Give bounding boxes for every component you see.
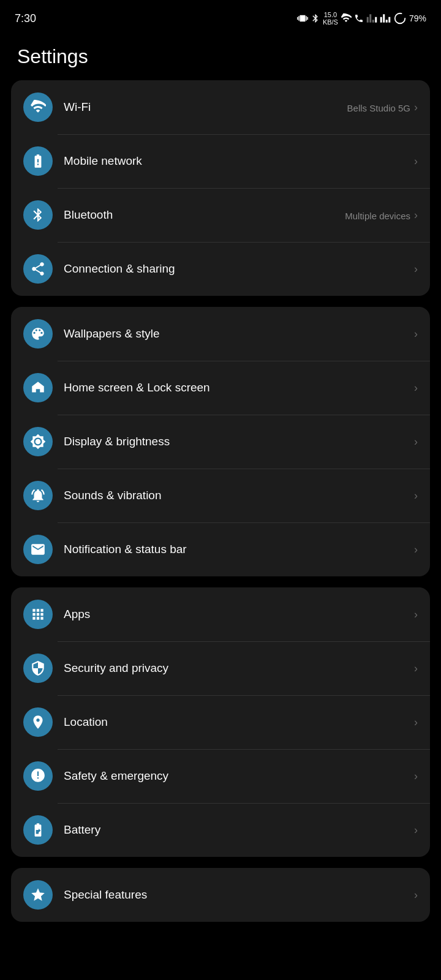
battery-item[interactable]: Battery › <box>11 803 430 857</box>
battery-percent: 79% <box>409 13 426 23</box>
sounds-vibration-item[interactable]: Sounds & vibration › <box>11 469 430 522</box>
battery-settings-icon <box>23 815 53 845</box>
wifi-status-icon <box>341 13 352 24</box>
battery-circle-icon <box>393 12 407 25</box>
location-chevron: › <box>414 716 418 729</box>
special-features-icon <box>23 880 53 910</box>
location-item[interactable]: Location › <box>11 695 430 749</box>
special-features-label: Special features <box>64 888 414 902</box>
battery-label: Battery <box>64 823 414 837</box>
mobile-network-icon <box>23 146 53 176</box>
signal1-icon <box>366 13 377 24</box>
svg-rect-1 <box>36 385 40 388</box>
wifi-label: Wi-Fi <box>64 100 347 114</box>
special-features-chevron: › <box>414 889 418 902</box>
display-group: Wallpapers & style › Home screen & Lock … <box>11 307 430 576</box>
wallpapers-icon <box>23 319 53 349</box>
call-icon <box>354 13 364 23</box>
wifi-item[interactable]: Wi-Fi Bells Studio 5G › <box>11 80 430 134</box>
wallpapers-item[interactable]: Wallpapers & style › <box>11 307 430 361</box>
special-features-item[interactable]: Special features › <box>11 868 430 922</box>
notification-chevron: › <box>414 543 418 556</box>
wallpapers-chevron: › <box>414 328 418 341</box>
sounds-vibration-icon <box>23 481 53 510</box>
safety-emergency-label: Safety & emergency <box>64 769 414 783</box>
sounds-chevron: › <box>414 489 418 502</box>
data-speed-icon: 15.0KB/S <box>323 11 338 26</box>
apps-chevron: › <box>414 608 418 621</box>
notification-statusbar-label: Notification & status bar <box>64 543 414 556</box>
sounds-vibration-label: Sounds & vibration <box>64 489 414 502</box>
connection-sharing-label: Connection & sharing <box>64 262 414 276</box>
safety-emergency-icon <box>23 761 53 791</box>
home-lock-icon <box>23 373 53 402</box>
mobile-network-label: Mobile network <box>64 154 414 168</box>
vibrate-icon <box>297 13 308 24</box>
security-privacy-label: Security and privacy <box>64 662 414 675</box>
status-icons: 15.0KB/S 79% <box>297 11 426 26</box>
extra-group: Special features › <box>11 868 430 922</box>
status-bar: 7:30 15.0KB/S 79% <box>0 0 441 34</box>
wifi-chevron: › <box>414 101 418 114</box>
connectivity-group: Wi-Fi Bells Studio 5G › Mobile network ›… <box>11 80 430 296</box>
wifi-sublabel: Bells Studio 5G <box>347 103 410 113</box>
display-brightness-item[interactable]: Display & brightness › <box>11 415 430 469</box>
bluetooth-item[interactable]: Bluetooth Multiple devices › <box>11 188 430 242</box>
security-privacy-item[interactable]: Security and privacy › <box>11 641 430 695</box>
home-lock-chevron: › <box>414 382 418 394</box>
apps-icon <box>23 600 53 629</box>
safety-chevron: › <box>414 770 418 783</box>
security-group: Apps › Security and privacy › Location › <box>11 587 430 857</box>
bluetooth-label: Bluetooth <box>64 208 345 222</box>
display-brightness-chevron: › <box>414 435 418 448</box>
page-title: Settings <box>0 34 441 80</box>
security-chevron: › <box>414 662 418 675</box>
home-lock-label: Home screen & Lock screen <box>64 381 414 394</box>
bluetooth-sublabel: Multiple devices <box>345 211 410 221</box>
bluetooth-chevron: › <box>414 209 418 222</box>
safety-emergency-item[interactable]: Safety & emergency › <box>11 749 430 803</box>
mobile-chevron: › <box>414 155 418 168</box>
wallpapers-label: Wallpapers & style <box>64 327 414 341</box>
home-lock-item[interactable]: Home screen & Lock screen › <box>11 361 430 415</box>
display-brightness-icon <box>23 427 53 456</box>
wifi-icon <box>23 92 53 122</box>
location-icon <box>23 707 53 737</box>
connection-sharing-item[interactable]: Connection & sharing › <box>11 242 430 296</box>
apps-label: Apps <box>64 608 414 621</box>
bluetooth-icon <box>23 200 53 230</box>
svg-point-0 <box>395 13 405 24</box>
notification-statusbar-icon <box>23 535 53 564</box>
connection-chevron: › <box>414 263 418 276</box>
notification-statusbar-item[interactable]: Notification & status bar › <box>11 522 430 576</box>
security-privacy-icon <box>23 654 53 683</box>
status-time: 7:30 <box>15 12 36 25</box>
apps-item[interactable]: Apps › <box>11 587 430 641</box>
signal2-icon <box>380 13 391 24</box>
mobile-network-item[interactable]: Mobile network › <box>11 134 430 188</box>
display-brightness-label: Display & brightness <box>64 435 414 448</box>
bluetooth-status-icon <box>311 13 320 23</box>
location-label: Location <box>64 715 414 729</box>
connection-sharing-icon <box>23 254 53 284</box>
battery-chevron: › <box>414 824 418 837</box>
